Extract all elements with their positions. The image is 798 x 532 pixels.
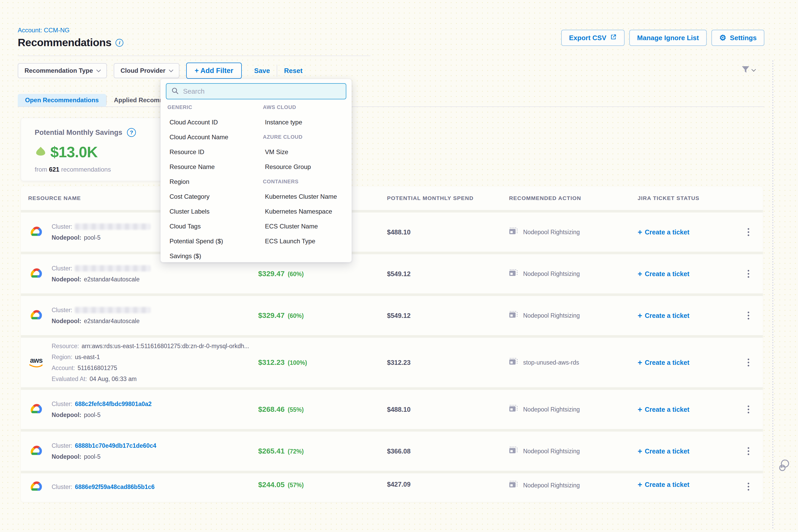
cloud-provider-filter[interactable]: Cloud Provider — [114, 63, 179, 78]
cloud-provider-label: Cloud Provider — [120, 67, 165, 74]
action-label: Nodepool Rightsizing — [523, 406, 580, 413]
filter-option-cost-category[interactable]: Cost Category — [167, 193, 209, 200]
action-cell: Nodepool Rightsizing — [507, 311, 635, 320]
filter-option-instance-type[interactable]: Instance type — [263, 119, 302, 126]
row-menu-button[interactable] — [743, 309, 754, 322]
row-menu-button[interactable] — [743, 268, 754, 280]
filter-option-kubernetes-namespace[interactable]: Kubernetes Namespace — [263, 208, 332, 215]
gcp-icon — [28, 445, 44, 457]
create-ticket-button[interactable]: +Create a ticket — [635, 405, 741, 413]
action-cell: Nodepool Rightsizing — [507, 481, 635, 490]
action-cell: stop-unused-aws-rds — [507, 358, 635, 367]
cluster-link[interactable]: 6888b1c70e49db17c1de60c4 — [75, 442, 156, 449]
table-row[interactable]: Cluster: Nodepool:e2standar4autoscale $3… — [21, 254, 763, 293]
table-row[interactable]: Cluster:6888b1c70e49db17c1de60c4 Nodepoo… — [21, 432, 763, 471]
filter-option-cloud-account-name[interactable]: Cloud Account Name — [167, 134, 228, 141]
help-icon[interactable]: ? — [127, 128, 136, 137]
manage-ignore-list-label: Manage Ignore List — [637, 34, 699, 42]
savings-cell: $329.47(60%) — [255, 311, 384, 320]
table-row[interactable]: aws Resource:arn:aws:rds:us-east-1:51161… — [21, 338, 763, 387]
settings-label: Settings — [730, 34, 757, 42]
recommendation-icon — [509, 481, 518, 490]
group-header-generic: GENERIC — [167, 104, 192, 110]
chevron-down-icon — [169, 68, 173, 72]
export-csv-button[interactable]: Export CSV — [561, 30, 625, 46]
spend-cell: $488.10 — [384, 228, 507, 236]
gcp-icon — [28, 268, 44, 280]
redacted-cluster-name — [75, 265, 150, 271]
column-header-jira: JIRA TICKET STATUS — [635, 195, 741, 201]
dropdown-search[interactable] — [166, 83, 346, 99]
create-ticket-button[interactable]: +Create a ticket — [635, 447, 741, 455]
recommendation-icon — [509, 227, 518, 237]
add-filter-dropdown: GENERIC Cloud Account ID Cloud Account N… — [160, 79, 352, 262]
recommendations-table: RESOURCE NAME POTENTIAL MONTHLY SPEND RE… — [21, 187, 763, 502]
row-menu-button[interactable] — [743, 226, 754, 238]
cluster-link[interactable]: 6886e92f59a48cad86b5b1c6 — [75, 483, 155, 490]
gcp-icon — [28, 226, 44, 239]
table-row[interactable]: Cluster:688c2fefc84fbdc99801a0a2 Nodepoo… — [21, 390, 763, 429]
action-cell: Nodepool Rightsizing — [507, 446, 635, 456]
recommendation-icon — [509, 311, 518, 320]
column-header-action: RECOMMENDED ACTION — [507, 195, 635, 201]
filter-funnel-button[interactable] — [741, 66, 755, 75]
action-cell: Nodepool Rightsizing — [507, 227, 635, 237]
plus-icon: + — [638, 447, 642, 455]
filter-option-cluster-labels[interactable]: Cluster Labels — [167, 208, 209, 215]
chat-bubbles-icon[interactable] — [777, 457, 792, 474]
reset-filter-button[interactable]: Reset — [284, 67, 303, 75]
account-breadcrumb[interactable]: Account: CCM-NG — [18, 26, 70, 34]
filter-option-kubernetes-cluster-name[interactable]: Kubernetes Cluster Name — [263, 193, 337, 200]
add-filter-button[interactable]: + Add Filter — [186, 62, 242, 79]
create-ticket-button[interactable]: +Create a ticket — [635, 270, 741, 278]
create-ticket-button[interactable]: +Create a ticket — [635, 359, 741, 366]
create-ticket-button[interactable]: +Create a ticket — [635, 228, 741, 236]
filter-option-cloud-account-id[interactable]: Cloud Account ID — [167, 119, 218, 126]
table-row[interactable]: Cluster: Nodepool:e2standar4autoscale $3… — [21, 296, 763, 335]
row-menu-button[interactable] — [743, 445, 754, 457]
manage-ignore-list-button[interactable]: Manage Ignore List — [629, 30, 707, 46]
filter-option-ecs-launch-type[interactable]: ECS Launch Type — [263, 238, 315, 245]
filter-option-resource-group[interactable]: Resource Group — [263, 163, 311, 171]
table-row[interactable]: Cluster: Nodepool:pool-5 $488.10 Nodepoo… — [21, 212, 763, 252]
filter-option-cloud-tags[interactable]: Cloud Tags — [167, 223, 201, 230]
spend-cell: $312.23 — [384, 359, 507, 366]
filter-option-resource-name[interactable]: Resource Name — [167, 163, 215, 171]
recommendation-type-filter[interactable]: Recommendation Type — [18, 63, 107, 78]
row-menu-button[interactable] — [743, 357, 754, 368]
recommendations-tabs: Open Recommendations Applied Recommendat… — [18, 94, 764, 107]
tab-open-recommendations[interactable]: Open Recommendations — [18, 94, 106, 107]
spend-cell: $427.09 — [384, 481, 507, 488]
table-row[interactable]: Cluster:6886e92f59a48cad86b5b1c6 $244.05… — [21, 473, 763, 502]
filter-option-savings[interactable]: Savings ($) — [167, 252, 201, 260]
create-ticket-button[interactable]: +Create a ticket — [635, 312, 741, 320]
cluster-link[interactable]: 688c2fefc84fbdc99801a0a2 — [75, 401, 152, 407]
savings-cell: $329.47(60%) — [255, 270, 384, 278]
filter-option-resource-id[interactable]: Resource ID — [167, 148, 204, 156]
filter-option-vm-size[interactable]: VM Size — [263, 148, 288, 156]
settings-button[interactable]: ⚙ Settings — [711, 30, 764, 46]
recommendation-type-label: Recommendation Type — [24, 67, 93, 74]
filter-option-ecs-cluster-name[interactable]: ECS Cluster Name — [263, 223, 318, 230]
action-label: Nodepool Rightsizing — [523, 448, 580, 455]
row-menu-button[interactable] — [743, 481, 754, 493]
save-filter-button[interactable]: Save — [254, 67, 270, 75]
gear-icon: ⚙ — [719, 34, 726, 42]
gcp-icon — [28, 403, 44, 416]
savings-cell: $268.46(55%) — [255, 405, 384, 414]
filter-option-potential-spend[interactable]: Potential Spend ($) — [167, 238, 223, 245]
create-ticket-button[interactable]: +Create a ticket — [635, 481, 741, 489]
filter-option-region[interactable]: Region — [167, 178, 189, 185]
action-label: Nodepool Rightsizing — [523, 312, 580, 319]
row-menu-button[interactable] — [743, 403, 754, 415]
redacted-cluster-name — [75, 224, 150, 230]
scrollbar-track[interactable] — [773, 60, 773, 530]
spend-cell: $366.08 — [384, 448, 507, 455]
search-input[interactable] — [183, 87, 341, 95]
export-csv-label: Export CSV — [569, 34, 606, 42]
info-icon[interactable]: i — [116, 39, 124, 47]
page-title: Recommendations — [18, 37, 111, 49]
action-cell: Nodepool Rightsizing — [507, 405, 635, 414]
plus-icon: + — [638, 359, 642, 366]
chevron-down-icon — [752, 67, 756, 72]
